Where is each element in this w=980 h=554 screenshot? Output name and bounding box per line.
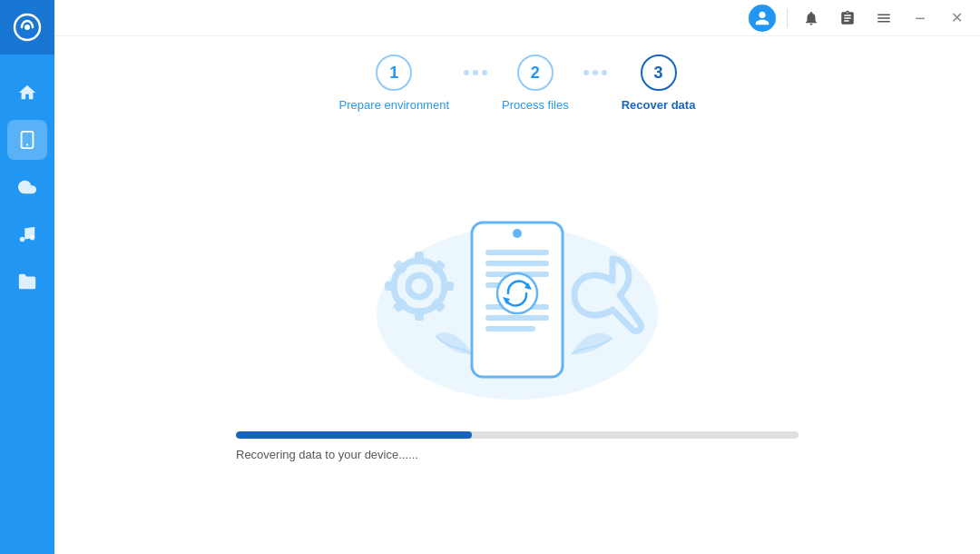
close-icon[interactable]: ✕ [944,5,969,31]
menu-icon[interactable] [871,5,897,31]
svg-rect-25 [485,326,535,331]
step-2-circle: 2 [517,54,554,91]
step-3: 3 Recover data [622,54,696,112]
step-2-label: Process files [502,98,569,112]
bell-icon[interactable] [799,5,824,31]
minimize-icon[interactable]: − [907,5,933,31]
titlebar-divider [787,9,788,27]
progress-text: Recovering data to your device...... [236,448,799,461]
step-1-label: Prepare environment [339,98,449,112]
progress-bar-fill [236,431,472,439]
svg-point-26 [497,273,537,313]
sidebar-item-phone[interactable] [7,120,47,160]
svg-point-5 [30,235,35,241]
svg-point-1 [24,25,30,30]
titlebar: − ✕ [54,0,980,36]
sidebar-item-folder[interactable] [7,262,47,302]
sidebar-item-music[interactable] [7,214,47,254]
svg-rect-11 [441,282,454,291]
step-2: 2 Process files [502,54,569,112]
main-area: − ✕ 1 Prepare environment 2 Process file… [54,0,980,554]
sidebar-nav [0,73,54,302]
steps-header: 1 Prepare environment 2 Process files 3 [54,36,980,121]
sidebar [0,0,54,554]
step-3-circle: 3 [641,54,677,91]
step-1: 1 Prepare environment [339,54,449,112]
sidebar-item-cloud[interactable] [7,167,47,207]
step-dots-1 [464,70,487,75]
svg-rect-24 [485,315,549,321]
sidebar-logo [0,0,54,54]
progress-area: Recovering data to your device...... [236,431,799,461]
step-1-circle: 1 [376,54,412,91]
sidebar-item-home[interactable] [7,73,47,113]
svg-rect-10 [415,308,424,321]
svg-rect-9 [415,252,424,264]
svg-rect-20 [485,261,549,266]
clipboard-icon[interactable] [835,5,860,31]
svg-point-18 [513,229,522,238]
illustration [354,186,681,404]
step-3-label: Recover data [622,98,696,112]
profile-icon[interactable] [749,5,776,32]
svg-rect-12 [385,282,397,291]
svg-point-4 [20,237,25,242]
step-dots-2 [583,70,607,75]
progress-bar-bg [236,431,799,439]
svg-rect-19 [485,250,549,255]
content-area: Recovering data to your device...... [54,121,980,554]
